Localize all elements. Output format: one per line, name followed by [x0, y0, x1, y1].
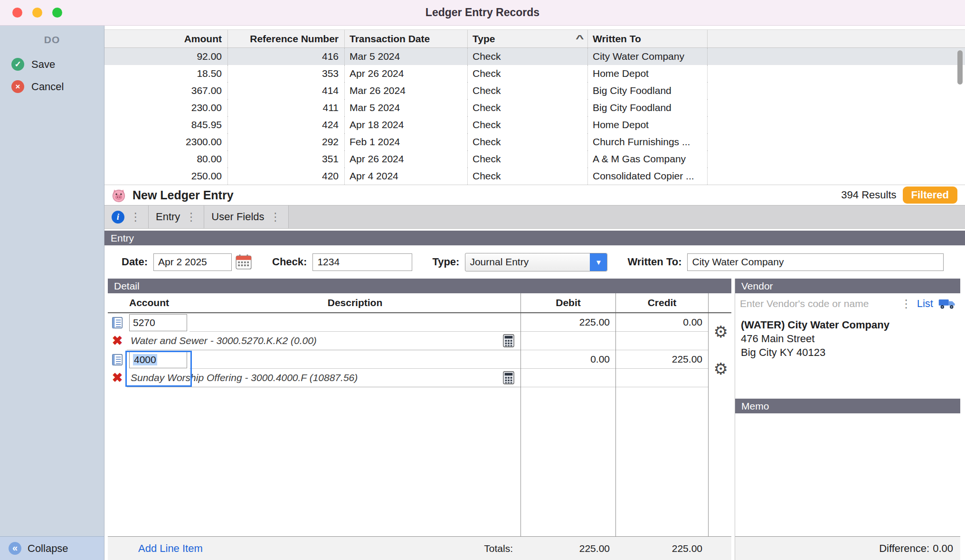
column-divider: [708, 313, 709, 536]
panel-gap: [731, 279, 735, 560]
debit-empty-cell: [520, 332, 615, 350]
chevron-down-icon: ▼: [590, 253, 607, 271]
ledger-account-icon[interactable]: [108, 350, 127, 369]
table-row[interactable]: 230.00 411 Mar 5 2024 Check Big City Foo…: [104, 99, 965, 116]
table-row[interactable]: 845.95 424 Apr 18 2024 Check Home Depot: [104, 116, 965, 133]
vendor-menu-icon[interactable]: ⋮: [901, 298, 912, 310]
column-header-written-to[interactable]: Written To: [588, 30, 708, 47]
credit-cell[interactable]: 0.00: [615, 313, 708, 332]
cell-amount: 2300.00: [104, 133, 228, 150]
table-scrollbar[interactable]: [957, 50, 963, 182]
line-item-main-row: 4000 0.00 225.00: [108, 350, 731, 369]
window-title: Ledger Entry Records: [0, 6, 965, 19]
account-cell: 5270: [127, 313, 189, 332]
scrollbar-thumb[interactable]: [957, 50, 963, 84]
line-item-main-row: 5270 225.00 0.00: [108, 313, 731, 332]
cell-date: Apr 18 2024: [345, 116, 468, 133]
credit-cell[interactable]: 225.00: [615, 350, 708, 369]
detail-section-title: Detail: [114, 280, 140, 292]
column-header-reference-number[interactable]: Reference Number: [228, 30, 345, 47]
cell-date: Mar 5 2024: [345, 48, 468, 65]
info-icon: i: [112, 211, 124, 224]
table-row-selected[interactable]: 92.00 416 Mar 5 2024 Check City Water Co…: [104, 48, 965, 65]
delete-line-button[interactable]: ✖: [108, 332, 127, 350]
vendor-search-input[interactable]: [740, 298, 896, 309]
column-header-type-label: Type: [473, 33, 495, 45]
table-row[interactable]: 80.00 351 Apr 26 2024 Check A & M Gas Co…: [104, 150, 965, 168]
calculator-icon[interactable]: [502, 371, 515, 385]
cell-type: Check: [468, 82, 588, 99]
detail-totals-bar: Add Line Item Totals: 225.00 225.00: [108, 536, 731, 560]
table-row[interactable]: 2300.00 292 Feb 1 2024 Check Church Furn…: [104, 133, 965, 150]
debit-cell[interactable]: 225.00: [520, 313, 615, 332]
cell-written-to: Consolidated Copier ...: [588, 168, 708, 185]
table-row[interactable]: 250.00 420 Apr 4 2024 Check Consolidated…: [104, 168, 965, 185]
record-header-bar: New Ledger Entry 394 Results Filtered: [104, 185, 965, 205]
delete-line-button[interactable]: ✖: [108, 369, 127, 387]
column-divider: [520, 313, 521, 536]
account-info-row: Water and Sewer - 3000.5270.K.K2 (0.00): [127, 332, 520, 350]
truck-icon[interactable]: [938, 298, 956, 310]
description-input[interactable]: [189, 350, 520, 369]
calculator-icon[interactable]: [502, 334, 515, 348]
vendor-list-link[interactable]: List: [917, 298, 933, 310]
main-area: Amount Reference Number Transaction Date…: [104, 26, 965, 560]
totals-label: Totals:: [288, 543, 520, 554]
detail-panel: Detail Account Description Debit Credit: [108, 279, 731, 560]
type-dropdown[interactable]: Journal Entry ▼: [465, 253, 607, 271]
memo-section-header: Memo: [735, 399, 960, 413]
column-header-account: Account: [127, 297, 189, 308]
memo-input[interactable]: [735, 413, 960, 536]
table-row[interactable]: 367.00 414 Mar 26 2024 Check Big City Fo…: [104, 82, 965, 99]
date-label: Date:: [122, 256, 148, 268]
cell-date: Apr 4 2024: [345, 168, 468, 185]
date-input[interactable]: [153, 253, 232, 271]
zoom-window-button[interactable]: [52, 8, 62, 18]
calendar-icon[interactable]: [235, 254, 252, 270]
cell-reference: 420: [228, 168, 345, 185]
cell-written-to: Big City Foodland: [588, 99, 708, 116]
minimize-window-button[interactable]: [32, 8, 42, 18]
type-label: Type:: [432, 256, 459, 268]
table-row[interactable]: 18.50 353 Apr 26 2024 Check Home Depot: [104, 65, 965, 82]
tab-entry[interactable]: Entry ⋮: [149, 205, 204, 228]
detail-empty-space: [108, 387, 731, 536]
save-check-icon: ✓: [11, 58, 24, 71]
add-line-item-button[interactable]: Add Line Item: [138, 542, 203, 554]
cell-written-to: Home Depot: [588, 116, 708, 133]
description-input[interactable]: [189, 313, 520, 332]
column-header-type[interactable]: Type^: [468, 30, 588, 47]
gear-icon[interactable]: ⚙: [714, 361, 728, 377]
cell-reference: 411: [228, 99, 345, 116]
close-window-button[interactable]: [12, 8, 22, 18]
tab-entry-label: Entry: [156, 211, 180, 223]
results-count: 394 Results: [841, 189, 896, 201]
collapse-sidebar-button[interactable]: « Collapse: [0, 536, 104, 560]
save-button[interactable]: ✓ Save: [0, 53, 104, 75]
account-input-focused[interactable]: 4000: [129, 351, 187, 368]
table-header-row: Amount Reference Number Transaction Date…: [104, 29, 965, 48]
vendor-section-header: Vendor: [735, 279, 960, 293]
column-header-amount[interactable]: Amount: [104, 30, 228, 47]
detail-section-header: Detail: [108, 279, 731, 293]
debit-cell[interactable]: 0.00: [520, 350, 615, 369]
column-header-transaction-date[interactable]: Transaction Date: [345, 30, 468, 47]
check-number-input[interactable]: [312, 253, 412, 271]
tab-info[interactable]: i ⋮: [104, 205, 149, 228]
account-cell: 4000: [127, 350, 189, 369]
ledger-account-icon[interactable]: [108, 313, 127, 332]
gear-icon[interactable]: ⚙: [714, 324, 728, 340]
lower-area: Detail Account Description Debit Credit: [104, 279, 965, 560]
vendor-search-row: ⋮ List: [735, 293, 960, 314]
cell-reference: 416: [228, 48, 345, 65]
account-input[interactable]: 5270: [129, 314, 187, 331]
written-to-input[interactable]: [687, 253, 944, 271]
account-info-text: Sunday Worship Offering - 3000.4000.F (1…: [131, 369, 358, 387]
type-dropdown-value: Journal Entry: [465, 256, 590, 268]
cell-reference: 351: [228, 150, 345, 168]
drag-handle-icon: ⋮: [130, 211, 141, 224]
cancel-button[interactable]: × Cancel: [0, 75, 104, 98]
tab-user-fields[interactable]: User Fields ⋮: [204, 205, 288, 228]
filtered-badge[interactable]: Filtered: [903, 187, 957, 204]
sort-ascending-icon: ^: [576, 33, 584, 44]
